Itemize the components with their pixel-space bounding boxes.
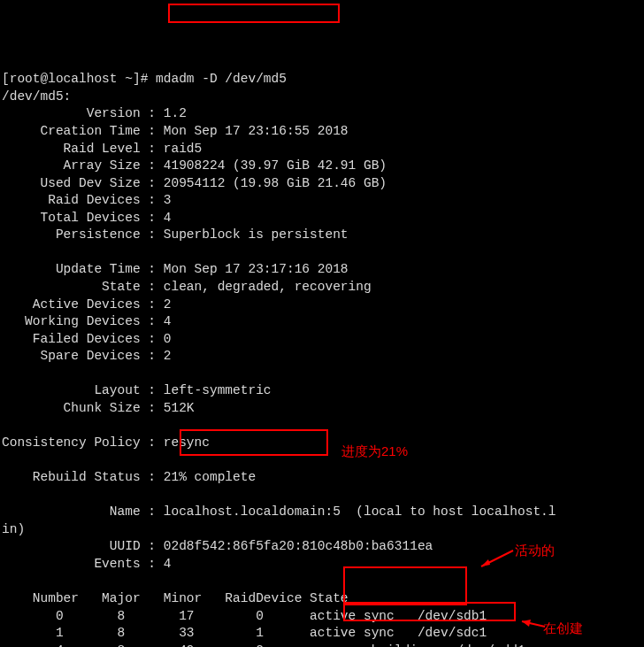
device-table-header: Number Major Minor RaidDevice State [2, 591, 349, 605]
shell-prompt: [root@localhost ~]# [2, 72, 156, 86]
highlight-command [168, 4, 340, 23]
command-input[interactable]: mdadm -D /dev/md5 [156, 72, 287, 86]
device-table-rows: 0 8 17 0 active sync /dev/sdb1 1 8 33 1 … [2, 608, 642, 647]
output-field-list: Version : 1.2 Creation Time : Mon Sep 17… [2, 105, 642, 573]
terminal-window[interactable]: [root@localhost ~]# mdadm -D /dev/md5 /d… [0, 69, 644, 647]
output-device: /dev/md5: [2, 89, 71, 104]
